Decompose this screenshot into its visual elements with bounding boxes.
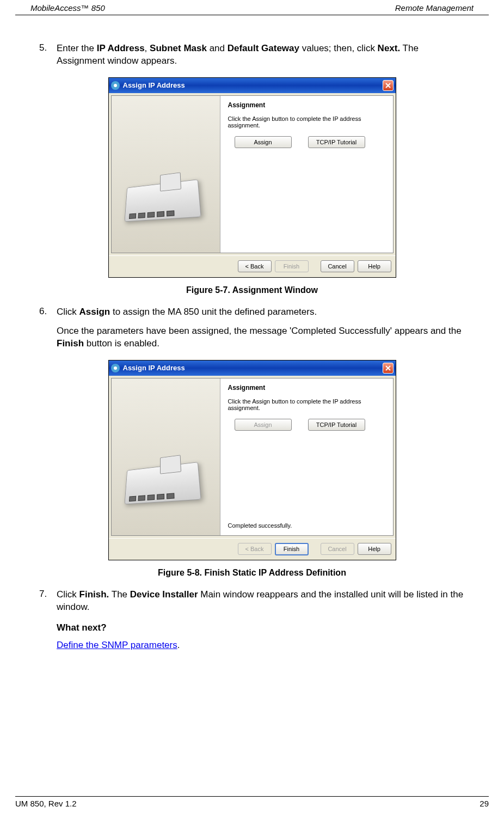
window-title: Assign IP Address	[123, 81, 383, 89]
help-button[interactable]: Help	[358, 543, 391, 555]
assignment-desc: Click the Assign button to complete the …	[228, 398, 385, 411]
close-button[interactable]	[383, 80, 394, 91]
assignment-heading: Assignment	[228, 101, 385, 109]
window-title: Assign IP Address	[123, 364, 383, 372]
wizard-footer: < Back Finish Cancel Help	[109, 255, 396, 277]
what-next-heading: What next?	[57, 622, 465, 633]
header-left: MobileAccess™ 850	[30, 3, 105, 13]
assignment-desc: Click the Assign button to complete the …	[228, 115, 385, 129]
app-icon	[111, 81, 120, 90]
titlebar: Assign IP Address	[109, 360, 396, 376]
back-button[interactable]: < Back	[238, 260, 272, 272]
assignment-heading: Assignment	[228, 384, 385, 392]
snmp-parameters-link[interactable]: Define the SNMP parameters	[57, 640, 177, 650]
step-6-followup: Once the parameters have been assigned, …	[57, 325, 465, 350]
step-number: 5.	[39, 42, 57, 68]
wizard-sidebar	[112, 378, 220, 535]
help-button[interactable]: Help	[358, 260, 391, 272]
figure-caption-2: Figure 5-8. Finish Static IP Address Def…	[39, 568, 465, 578]
snmp-link-line: Define the SNMP parameters.	[57, 640, 465, 651]
app-icon	[111, 364, 120, 372]
footer-right: 29	[480, 799, 489, 808]
assign-button[interactable]: Assign	[235, 136, 292, 148]
header-right: Remote Management	[395, 3, 474, 13]
page-content: 5. Enter the IP Address, Subnet Mask and…	[0, 15, 504, 651]
page-footer: UM 850, Rev 1.2 29	[15, 796, 489, 808]
cancel-button[interactable]: Cancel	[321, 260, 354, 272]
step-text: Click Finish. The Device Installer Main …	[57, 589, 465, 614]
step-text: Enter the IP Address, Subnet Mask and De…	[57, 42, 465, 68]
page-header: MobileAccess™ 850 Remote Management	[15, 0, 489, 15]
finish-button[interactable]: Finish	[275, 543, 309, 555]
step-number: 7.	[39, 589, 57, 614]
tcpip-tutorial-button[interactable]: TCP/IP Tutorial	[308, 136, 365, 148]
completed-message: Completed successfully.	[228, 522, 292, 529]
figure-caption-1: Figure 5-7. Assignment Window	[39, 285, 465, 295]
step-7: 7. Click Finish. The Device Installer Ma…	[39, 589, 465, 614]
assignment-dialog-1: Assign IP Address	[108, 77, 396, 278]
cancel-button: Cancel	[321, 543, 354, 555]
footer-left: UM 850, Rev 1.2	[15, 799, 77, 808]
finish-button: Finish	[275, 260, 309, 272]
step-6: 6. Click Assign to assign the MA 850 uni…	[39, 306, 465, 319]
device-illustration	[124, 179, 201, 222]
step-5: 5. Enter the IP Address, Subnet Mask and…	[39, 42, 465, 68]
assign-button: Assign	[235, 419, 292, 431]
close-icon	[385, 365, 391, 371]
titlebar: Assign IP Address	[109, 78, 396, 93]
back-button: < Back	[238, 543, 272, 555]
step-text: Click Assign to assign the MA 850 unit t…	[57, 306, 317, 319]
assignment-dialog-2: Assign IP Address	[108, 360, 396, 560]
wizard-sidebar	[112, 96, 220, 253]
wizard-footer: < Back Finish Cancel Help	[109, 538, 396, 560]
tcpip-tutorial-button[interactable]: TCP/IP Tutorial	[308, 419, 365, 431]
close-icon	[385, 83, 391, 88]
step-number: 6.	[39, 306, 57, 319]
close-button[interactable]	[383, 363, 394, 374]
wizard-content: Assignment Click the Assign button to co…	[220, 378, 393, 535]
wizard-content: Assignment Click the Assign button to co…	[220, 96, 393, 253]
device-illustration	[124, 462, 201, 504]
